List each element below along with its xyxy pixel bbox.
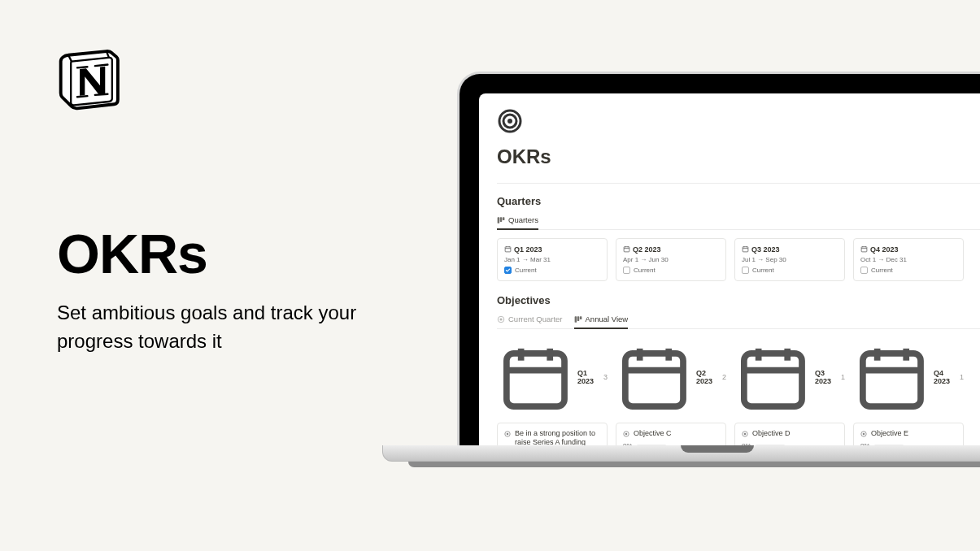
objective-title: Objective E	[871, 429, 908, 438]
current-checkbox[interactable]	[860, 267, 868, 274]
tab-label: Quarters	[508, 215, 538, 224]
quarter-card[interactable]: Q3 2023Jul 1 → Sep 30Current	[734, 238, 845, 281]
svg-rect-25	[577, 316, 579, 321]
svg-point-50	[744, 433, 747, 436]
current-label: Current	[752, 267, 774, 274]
notion-logo-icon	[57, 49, 120, 112]
quarters-tabs: Quarters	[497, 215, 980, 230]
tab-label: Current Quarter	[508, 315, 563, 323]
svg-rect-10	[624, 247, 629, 252]
svg-rect-24	[574, 316, 577, 323]
objective-column: Q3 20231Objective D0%	[734, 337, 845, 445]
svg-rect-37	[625, 354, 683, 406]
svg-rect-45	[744, 354, 802, 406]
quarter-card[interactable]: Q2 2023Apr 1 → Jun 30Current	[616, 238, 726, 281]
objective-column: Q4 20231Objective E0%	[853, 337, 964, 445]
svg-rect-5	[503, 217, 505, 220]
quarter-name: Q1 2023	[514, 245, 542, 254]
group-quarter: Q4 2023	[934, 369, 953, 385]
current-checkbox[interactable]	[504, 267, 512, 274]
target-icon	[497, 108, 980, 134]
objectives-tabs: Current Quarter Annual View	[497, 315, 980, 329]
quarters-row: Q1 2023Jan 1 → Mar 31CurrentQ2 2023Apr 1…	[497, 238, 980, 281]
svg-rect-26	[579, 316, 581, 319]
objective-title: Objective D	[752, 429, 791, 438]
objectives-board: Q1 20233Be in a strong position to raise…	[497, 337, 980, 445]
current-label: Current	[871, 267, 893, 274]
tab-label: Annual View	[586, 315, 629, 323]
current-checkbox[interactable]	[623, 267, 630, 274]
objective-card[interactable]: Objective D0%	[734, 423, 845, 445]
svg-point-32	[507, 433, 509, 436]
promo-subtitle: Set ambitious goals and track your progr…	[57, 299, 382, 356]
group-quarter: Q2 2023	[696, 369, 716, 385]
svg-point-2	[507, 119, 512, 124]
current-checkbox[interactable]	[742, 267, 749, 274]
target-small-icon	[497, 315, 505, 323]
svg-rect-4	[500, 217, 503, 222]
group-header[interactable]: Q3 20231	[734, 337, 845, 418]
quarter-range: Oct 1 → Dec 31	[860, 256, 956, 263]
group-header[interactable]: Q4 20231	[853, 337, 964, 418]
group-count: 2	[722, 373, 726, 381]
svg-rect-6	[505, 247, 511, 252]
notion-page: OKRs Quarters Quarters Q1 2023Jan 1 → Ma…	[479, 93, 980, 445]
objective-title: Objective C	[634, 429, 672, 438]
objective-card[interactable]: Be in a strong position to raise Series …	[497, 423, 608, 445]
current-label: Current	[634, 267, 656, 274]
tab-quarters[interactable]: Quarters	[497, 215, 538, 230]
svg-rect-27	[507, 354, 564, 406]
quarter-name: Q3 2023	[751, 245, 780, 254]
svg-rect-18	[861, 247, 867, 252]
svg-rect-51	[863, 354, 921, 406]
board-view-icon	[574, 315, 582, 323]
group-header[interactable]: Q2 20232	[616, 337, 726, 418]
quarter-range: Apr 1 → Jun 30	[623, 256, 719, 263]
svg-point-42	[625, 433, 628, 436]
group-count: 3	[603, 373, 608, 381]
quarter-name: Q4 2023	[870, 245, 899, 254]
promo-title: OKRs	[57, 226, 382, 281]
quarter-card[interactable]: Q1 2023Jan 1 → Mar 31Current	[497, 238, 608, 281]
objective-column: Q1 20233Be in a strong position to raise…	[497, 337, 608, 445]
group-count: 1	[841, 373, 845, 381]
svg-rect-14	[743, 247, 748, 252]
promo-panel: OKRs Set ambitious goals and track your …	[57, 49, 382, 356]
laptop-bezel: OKRs Quarters Quarters Q1 2023Jan 1 → Ma…	[457, 72, 980, 445]
quarter-range: Jul 1 → Sep 30	[742, 256, 838, 263]
quarter-name: Q2 2023	[633, 245, 661, 254]
quarter-range: Jan 1 → Mar 31	[504, 256, 600, 263]
laptop-base	[382, 445, 980, 467]
current-label: Current	[515, 267, 537, 274]
group-quarter: Q3 2023	[815, 369, 834, 385]
objective-card[interactable]: Objective C0%	[616, 423, 726, 445]
laptop-mockup: OKRs Quarters Quarters Q1 2023Jan 1 → Ma…	[457, 72, 980, 467]
quarters-heading: Quarters	[497, 195, 980, 207]
quarter-card[interactable]: Q4 2023Oct 1 → Dec 31Current	[853, 238, 964, 281]
objectives-heading: Objectives	[497, 294, 980, 306]
tab-current-quarter[interactable]: Current Quarter	[497, 315, 563, 329]
board-view-icon	[497, 216, 505, 224]
objective-title: Be in a strong position to raise Series …	[515, 429, 600, 445]
group-quarter: Q1 2023	[577, 369, 597, 385]
svg-point-23	[499, 318, 502, 320]
divider	[497, 183, 980, 184]
group-count: 1	[960, 373, 964, 381]
objective-column: Q2 20232Objective C0%Objective B0%	[616, 337, 726, 445]
svg-point-56	[863, 433, 865, 436]
tab-annual-view[interactable]: Annual View	[574, 315, 629, 329]
svg-rect-3	[498, 217, 500, 223]
objective-card[interactable]: Objective E0%	[853, 423, 964, 445]
page-title: OKRs	[497, 145, 980, 168]
group-header[interactable]: Q1 20233	[497, 337, 608, 418]
